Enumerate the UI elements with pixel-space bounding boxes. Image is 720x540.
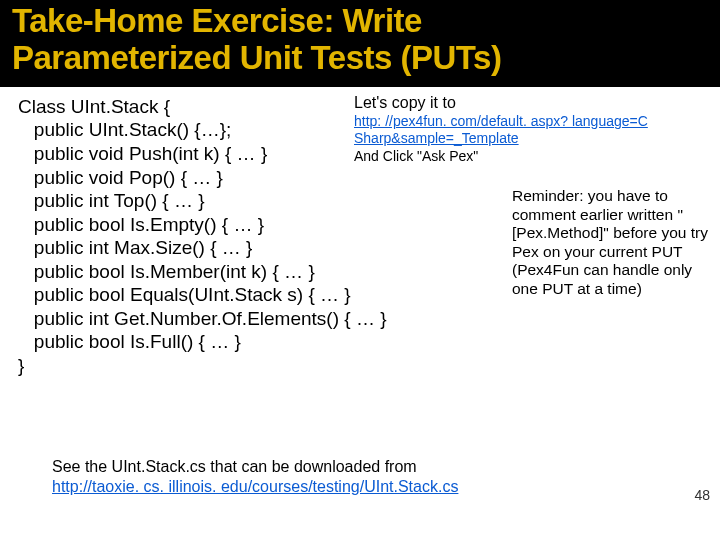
code-line: public bool Equals(UInt.Stack s) { … } <box>18 284 351 305</box>
code-line: public void Pop() { … } <box>18 167 223 188</box>
slide-title: Take-Home Exercise: Write Parameterized … <box>12 3 708 77</box>
code-line: public int Get.Number.Of.Elements() { … … <box>18 308 387 329</box>
code-line: Class UInt.Stack { <box>18 96 170 117</box>
download-link[interactable]: http://taoxie. cs. illinois. edu/courses… <box>52 478 458 495</box>
code-line: public bool Is.Full() { … } <box>18 331 241 352</box>
title-line1: Take-Home Exercise: Write <box>12 2 422 39</box>
download-note: See the UInt.Stack.cs that can be downlo… <box>52 457 458 497</box>
code-line: public int Max.Size() { … } <box>18 237 252 258</box>
pex4fun-link-part2[interactable]: Sharp&sample=_Template <box>354 130 519 146</box>
reminder-text: Reminder: you have to comment earlier wr… <box>512 187 708 297</box>
slide-body: Class UInt.Stack { public UInt.Stack() {… <box>0 87 720 378</box>
code-line: public void Push(int k) { … } <box>18 143 267 164</box>
download-lead: See the UInt.Stack.cs that can be downlo… <box>52 458 417 475</box>
pex4fun-link-part1[interactable]: http: //pex4fun. com/default. aspx? lang… <box>354 113 648 129</box>
title-line2: Parameterized Unit Tests (PUTs) <box>12 39 501 76</box>
reminder-note: Reminder: you have to comment earlier wr… <box>512 187 712 299</box>
code-line: public bool Is.Empty() { … } <box>18 214 264 235</box>
code-line: public bool Is.Member(int k) { … } <box>18 261 315 282</box>
copy-instructions: Let's copy it to http: //pex4fun. com/de… <box>354 93 712 166</box>
slide-header: Take-Home Exercise: Write Parameterized … <box>0 0 720 87</box>
copy-after: And Click "Ask Pex" <box>354 148 478 164</box>
code-line: public int Top() { … } <box>18 190 205 211</box>
copy-lead: Let's copy it to <box>354 94 456 111</box>
code-line: public UInt.Stack() {…}; <box>18 119 231 140</box>
code-line: } <box>18 355 24 376</box>
page-number: 48 <box>694 487 710 503</box>
